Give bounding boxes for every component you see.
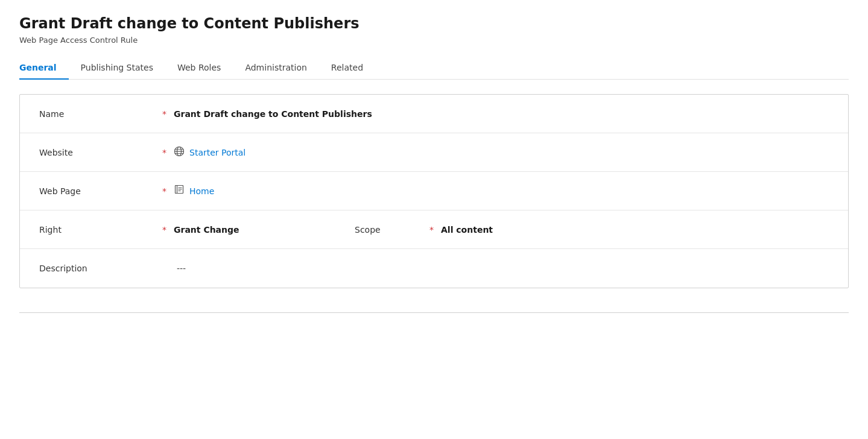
tab-general[interactable]: General — [19, 57, 69, 80]
name-label: Name — [39, 109, 160, 119]
website-label: Website — [39, 148, 160, 157]
website-value[interactable]: Starter Portal — [174, 146, 246, 159]
web-page-link-text[interactable]: Home — [189, 186, 214, 196]
right-scope-row: Right * Grant Change Scope * All content — [20, 210, 848, 249]
right-required-star: * — [162, 225, 166, 235]
name-required-star: * — [162, 109, 166, 119]
scope-value: All content — [441, 225, 493, 235]
tab-administration[interactable]: Administration — [233, 57, 318, 80]
scope-label: Scope — [355, 225, 427, 235]
description-value: --- — [177, 264, 186, 273]
tabs-nav: General Publishing States Web Roles Admi… — [19, 57, 849, 80]
website-link-text[interactable]: Starter Portal — [189, 148, 246, 157]
right-label: Right — [39, 225, 160, 235]
web-page-required-star: * — [162, 186, 166, 196]
bottom-divider — [19, 312, 849, 313]
name-value: Grant Draft change to Content Publishers — [174, 109, 372, 119]
page-icon — [174, 185, 185, 197]
web-page-label: Web Page — [39, 186, 160, 196]
description-row: Description --- — [20, 249, 848, 288]
scope-required-star: * — [429, 225, 434, 235]
web-page-value[interactable]: Home — [174, 185, 214, 197]
page-title: Grant Draft change to Content Publishers — [19, 14, 849, 33]
page-subtitle: Web Page Access Control Rule — [19, 36, 849, 45]
right-value: Grant Change — [174, 225, 306, 235]
website-required-star: * — [162, 148, 166, 157]
form-card: Name * Grant Draft change to Content Pub… — [19, 94, 849, 288]
website-row: Website * Starter Portal — [20, 133, 848, 172]
tab-web-roles[interactable]: Web Roles — [165, 57, 233, 80]
description-label: Description — [39, 264, 160, 273]
scope-section: Scope * All content — [355, 225, 493, 235]
name-row: Name * Grant Draft change to Content Pub… — [20, 95, 848, 133]
globe-icon — [174, 146, 185, 159]
tab-related[interactable]: Related — [319, 57, 375, 80]
web-page-row: Web Page * Home — [20, 172, 848, 210]
tab-publishing-states[interactable]: Publishing States — [69, 57, 165, 80]
